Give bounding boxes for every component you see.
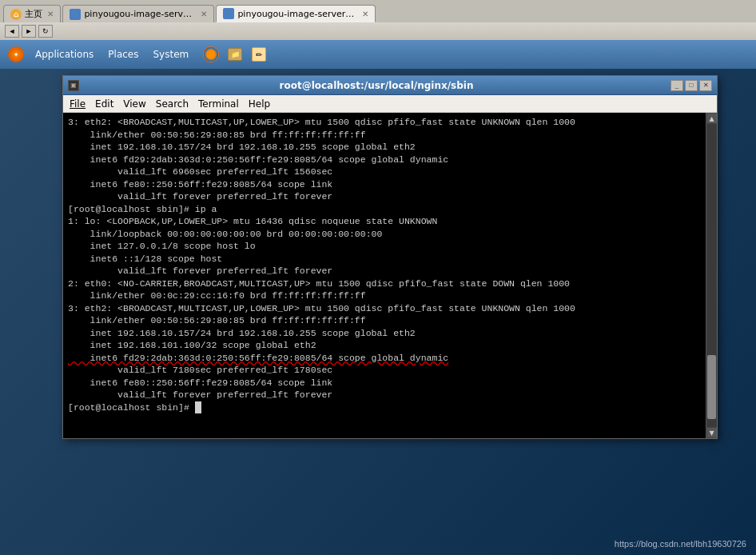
forward-button[interactable]: ► xyxy=(22,25,36,38)
system-menu[interactable]: System xyxy=(148,47,193,62)
menu-edit[interactable]: Edit xyxy=(92,97,117,111)
tab-home-close[interactable]: ✕ xyxy=(47,10,54,18)
term-line-10: inet 127.0.0.1/8 scope host lo xyxy=(68,240,701,253)
tab-2[interactable]: pinyougou-image-server_Ngin... ✕ xyxy=(216,5,376,22)
menu-terminal[interactable]: Terminal xyxy=(195,97,242,111)
terminal-cursor xyxy=(195,401,201,414)
tab-1-favicon xyxy=(70,9,81,20)
tab-2-favicon xyxy=(223,8,234,19)
menu-view[interactable]: View xyxy=(120,97,149,111)
scrollbar-thumb[interactable] xyxy=(707,355,716,419)
tab-2-close[interactable]: ✕ xyxy=(362,10,368,18)
term-line-3: inet6 fd29:2dab:363d:0:250:56ff:fe29:808… xyxy=(68,154,701,166)
term-line-20: valid_lft 7180sec preferred_lft 1780sec xyxy=(68,364,701,377)
terminal-content[interactable]: 3: eth2: <BROADCAST,MULTICAST,UP,LOWER_U… xyxy=(63,113,706,438)
term-line-21: inet6 fe80::250:56ff:fe29:8085/64 scope … xyxy=(68,377,701,389)
maximize-button[interactable]: □ xyxy=(685,80,698,91)
tab-home[interactable]: ⌂ 主页 ✕ xyxy=(3,5,61,22)
taskbar: ✦ Applications Places System 📁 ✏️ xyxy=(0,40,756,69)
term-line-1: link/ether 00:50:56:29:80:85 brd ff:ff:f… xyxy=(68,129,701,142)
term-line-11: inet6 ::1/128 scope host xyxy=(68,253,701,266)
term-line-7: [root@localhost sbin]# ip a xyxy=(68,203,701,216)
term-line-19: inet6 fd29:2dab:363d:0:250:56ff:fe29:808… xyxy=(68,353,448,363)
scrollbar-down-arrow[interactable]: ▼ xyxy=(706,427,718,438)
applications-menu[interactable]: Applications xyxy=(30,47,98,62)
term-line-9: link/loopback 00:00:00:00:00:00 brd 00:0… xyxy=(68,228,701,241)
file-manager-icon[interactable]: 📁 xyxy=(225,45,245,64)
tab-home-label: 主页 xyxy=(25,8,42,20)
places-menu[interactable]: Places xyxy=(103,47,143,62)
term-line-23: [root@localhost sbin]# xyxy=(68,401,701,414)
terminal-controls: _ □ ✕ xyxy=(670,80,712,91)
taskbar-logo: ✦ xyxy=(6,45,26,64)
term-line-15: 3: eth2: <BROADCAST,MULTICAST,UP,LOWER_U… xyxy=(68,302,701,315)
browser-chrome: ⌂ 主页 ✕ pinyougou-image-server-... ✕ piny… xyxy=(0,0,756,40)
term-line-22: valid_lft forever preferred_lft forever xyxy=(68,389,701,401)
firefox-icon[interactable] xyxy=(201,45,221,64)
tab-1-close[interactable]: ✕ xyxy=(201,10,207,18)
terminal-body: 3: eth2: <BROADCAST,MULTICAST,UP,LOWER_U… xyxy=(63,113,717,438)
minimize-button[interactable]: _ xyxy=(670,80,683,91)
terminal-menu-bar: File Edit View Search Terminal Help xyxy=(63,95,717,113)
tab-1[interactable]: pinyougou-image-server-... ✕ xyxy=(62,5,214,22)
term-line-19-highlighted: inet6 fd29:2dab:363d:0:250:56ff:fe29:808… xyxy=(68,352,701,365)
term-line-8: 1: lo: <LOOPBACK,UP,LOWER_UP> mtu 16436 … xyxy=(68,215,701,228)
terminal-window: ▣ root@localhost:/usr/local/nginx/sbin _… xyxy=(62,75,718,439)
term-line-0: 3: eth2: <BROADCAST,MULTICAST,UP,LOWER_U… xyxy=(68,116,701,129)
tab-bar: ⌂ 主页 ✕ pinyougou-image-server-... ✕ piny… xyxy=(0,0,756,22)
term-line-5: inet6 fe80::250:56ff:fe29:8085/64 scope … xyxy=(68,178,701,191)
close-button[interactable]: ✕ xyxy=(699,80,712,91)
scrollbar-up-arrow[interactable]: ▲ xyxy=(706,113,718,124)
back-button[interactable]: ◄ xyxy=(5,25,19,38)
text-editor-icon[interactable]: ✏️ xyxy=(249,45,269,64)
terminal-titlebar: ▣ root@localhost:/usr/local/nginx/sbin _… xyxy=(63,76,717,95)
term-line-14: link/ether 00:0c:29:cc:16:f0 brd ff:ff:f… xyxy=(68,289,701,302)
refresh-button[interactable]: ↻ xyxy=(38,25,53,38)
term-line-12: valid_lft forever preferred_lft forever xyxy=(68,265,701,278)
menu-search[interactable]: Search xyxy=(153,97,192,111)
menu-file[interactable]: File xyxy=(66,97,89,111)
terminal-scrollbar[interactable]: ▲ ▼ xyxy=(706,113,717,438)
term-line-6: valid_lft forever preferred_lft forever xyxy=(68,190,701,203)
term-line-13: 2: eth0: <NO-CARRIER,BROADCAST,MULTICAST… xyxy=(68,278,701,290)
term-line-17: inet 192.168.10.157/24 brd 192.168.10.25… xyxy=(68,327,701,340)
tab-2-label: pinyougou-image-server_Ngin... xyxy=(237,9,357,19)
term-line-16: link/ether 00:50:56:29:80:85 brd ff:ff:f… xyxy=(68,314,701,327)
term-line-4: valid_lft 6960sec preferred_lft 1560sec xyxy=(68,166,701,178)
nav-bar: ◄ ► ↻ xyxy=(0,22,756,40)
term-line-2: inet 192.168.10.157/24 brd 192.168.10.25… xyxy=(68,141,701,154)
tab-1-label: pinyougou-image-server-... xyxy=(84,9,196,19)
scrollbar-track[interactable] xyxy=(706,124,717,427)
watermark: https://blog.csdn.net/lbh19630726 xyxy=(615,539,746,549)
desktop: Computer roc ▣ root@localhost:/usr/local… xyxy=(0,69,756,555)
tab-home-favicon: ⌂ xyxy=(10,9,22,20)
terminal-window-icon: ▣ xyxy=(68,80,79,91)
term-line-18: inet 192.168.101.100/32 scope global eth… xyxy=(68,339,701,352)
menu-help[interactable]: Help xyxy=(245,97,273,111)
terminal-title: root@localhost:/usr/local/nginx/sbin xyxy=(82,80,670,91)
